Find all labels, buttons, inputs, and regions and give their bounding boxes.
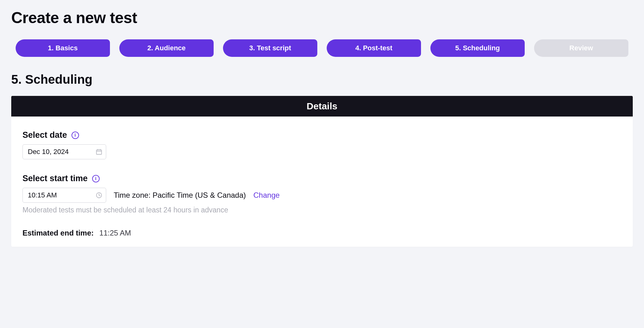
time-input[interactable]	[22, 188, 106, 203]
date-field: Select date i	[22, 130, 622, 159]
stepper: 1. Basics 2. Audience 3. Test script 4. …	[16, 39, 628, 57]
details-card: Details Select date i	[11, 96, 633, 247]
section-title: 5. Scheduling	[11, 72, 633, 87]
step-review: Review	[534, 39, 628, 57]
date-label: Select date	[22, 130, 67, 140]
info-icon[interactable]: i	[72, 132, 79, 139]
step-audience[interactable]: 2. Audience	[119, 39, 214, 57]
page-title: Create a new test	[11, 9, 633, 27]
step-basics[interactable]: 1. Basics	[16, 39, 110, 57]
time-helper-text: Moderated tests must be scheduled at lea…	[22, 206, 622, 214]
clock-icon[interactable]	[96, 192, 102, 199]
time-field: Select start time i	[22, 174, 622, 214]
calendar-icon[interactable]	[96, 148, 102, 155]
end-time-row: Estimated end time: 11:25 AM	[22, 229, 622, 237]
step-scheduling[interactable]: 5. Scheduling	[430, 39, 525, 57]
info-icon[interactable]: i	[92, 175, 100, 182]
step-test-script[interactable]: 3. Test script	[223, 39, 317, 57]
svg-line-6	[99, 195, 100, 196]
card-header: Details	[11, 96, 633, 117]
change-timezone-link[interactable]: Change	[253, 191, 280, 200]
timezone-text: Time zone: Pacific Time (US & Canada)	[114, 191, 246, 200]
date-input[interactable]	[22, 144, 106, 159]
step-post-test[interactable]: 4. Post-test	[327, 39, 421, 57]
svg-rect-0	[97, 150, 102, 155]
end-time-label: Estimated end time:	[22, 229, 94, 237]
end-time-value: 11:25 AM	[99, 229, 131, 237]
time-label: Select start time	[22, 174, 88, 183]
